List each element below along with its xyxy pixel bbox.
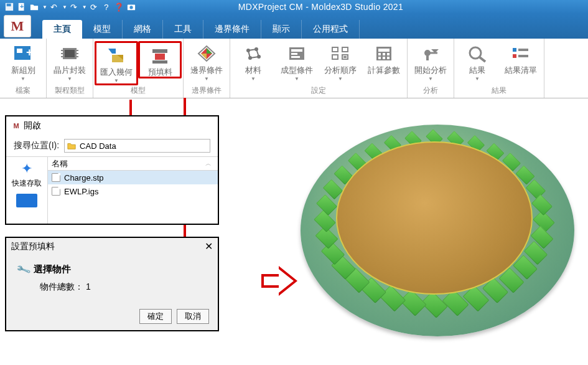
- svg-rect-7: [17, 49, 22, 53]
- tab-6[interactable]: 公用程式: [302, 20, 360, 39]
- svg-rect-36: [343, 56, 347, 58]
- ok-button[interactable]: 確定: [139, 309, 172, 324]
- tab-3[interactable]: 工具: [163, 20, 203, 39]
- file-name: EWLP.igs: [64, 187, 98, 196]
- svg-rect-17: [152, 49, 167, 53]
- file-list: 名稱 ︿ Charge.stpEWLP.igs: [47, 157, 218, 224]
- prefill-dialog-title: 設置預填料: [11, 241, 55, 252]
- svg-rect-10: [65, 50, 75, 57]
- chevron-down-icon: ▼: [338, 76, 343, 82]
- ribbon-btn-analysis-order[interactable]: 分析順序▼: [319, 41, 362, 82]
- ribbon-group-0: +新組別▼檔案: [0, 39, 47, 98]
- qat-undo-icon[interactable]: ↶: [49, 1, 60, 12]
- ribbon-group-title: 分析: [408, 85, 454, 98]
- qat-redo-icon[interactable]: ↷: [68, 1, 80, 12]
- wrench-icon: 🔧: [16, 262, 32, 278]
- svg-rect-31: [291, 56, 300, 58]
- svg-point-5: [129, 6, 133, 9]
- wafer-chip: [531, 194, 553, 216]
- file-open-dialog: M 開啟 搜尋位置(I): CAD Data ✦ 快速存取 名稱 ︿ Charg…: [5, 115, 219, 225]
- ribbon-btn-label: 開始分析: [414, 66, 447, 75]
- ribbon-btn-import-geom[interactable]: 匯入幾何▼: [95, 41, 138, 85]
- qat-refresh-icon[interactable]: ⟳: [88, 1, 100, 12]
- annotation-big-arrow: [261, 274, 281, 288]
- quick-access-label[interactable]: 快速存取: [12, 178, 42, 189]
- ribbon-btn-result-list[interactable]: 結果清單: [499, 41, 543, 75]
- folder-dropdown[interactable]: CAD Data: [64, 139, 210, 153]
- ribbon-group-5: 開始分析▼分析: [408, 39, 454, 98]
- ribbon-btn-label: 邊界條件: [190, 66, 223, 75]
- ribbon-btn-new-group[interactable]: +新組別▼: [1, 41, 45, 82]
- ribbon-tabs: 主頁模型網格工具邊界條件顯示公用程式: [42, 14, 360, 39]
- search-location-label: 搜尋位置(I):: [14, 140, 59, 151]
- file-name: Charge.stp: [64, 173, 104, 183]
- ribbon-btn-label: 預填料: [148, 68, 172, 77]
- chevron-down-icon: ▼: [204, 76, 209, 82]
- qat-save-icon[interactable]: [4, 1, 15, 12]
- chevron-down-icon: ▼: [475, 76, 480, 82]
- svg-rect-42: [378, 57, 381, 59]
- file-item[interactable]: EWLP.igs: [48, 184, 218, 198]
- file-icon: [52, 187, 60, 196]
- qat-camera-icon[interactable]: [126, 1, 137, 12]
- ribbon-btn-calc-param[interactable]: 計算參數: [362, 41, 406, 75]
- file-item[interactable]: Charge.stp: [48, 171, 218, 184]
- svg-rect-32: [332, 47, 338, 52]
- file-list-header[interactable]: 名稱 ︿: [48, 157, 218, 171]
- app-icon[interactable]: M: [4, 15, 31, 37]
- prefill-icon: [149, 44, 170, 67]
- tab-2[interactable]: 網格: [123, 20, 163, 39]
- qat-undo-dropdown-icon[interactable]: ▼: [62, 4, 67, 10]
- svg-rect-33: [332, 55, 338, 59]
- tab-5[interactable]: 顯示: [261, 20, 302, 39]
- qat-open-dropdown-icon[interactable]: ▼: [42, 4, 47, 10]
- this-pc-icon[interactable]: [16, 194, 37, 207]
- ribbon-btn-label: 新組別: [11, 66, 35, 75]
- ribbon-btn-result[interactable]: 結果▼: [455, 41, 499, 82]
- cancel-button[interactable]: 取消: [177, 309, 209, 324]
- svg-rect-43: [383, 57, 385, 59]
- tab-0[interactable]: 主頁: [42, 20, 82, 39]
- svg-rect-34: [342, 47, 348, 52]
- wafer-chip: [314, 210, 336, 232]
- file-dialog-places: ✦ 快速存取: [6, 157, 47, 224]
- column-name[interactable]: 名稱: [48, 158, 205, 169]
- ribbon-btn-material[interactable]: 材料▼: [231, 41, 275, 82]
- qat-redo-dropdown-icon[interactable]: ▼: [82, 4, 87, 10]
- ribbon: +新組別▼檔案晶片封裝▼製程類型匯入幾何▼預填料模型邊界條件▼邊界條件材料▼成型…: [0, 39, 588, 98]
- ribbon-group-title: 模型: [93, 85, 183, 98]
- file-dialog-title: 開啟: [24, 120, 41, 131]
- close-icon[interactable]: ✕: [205, 240, 213, 252]
- tab-4[interactable]: 邊界條件: [203, 20, 261, 39]
- ribbon-group-6: 結果▼結果清單結果: [454, 39, 544, 98]
- svg-text:+: +: [26, 46, 33, 59]
- qat-open-icon[interactable]: [29, 1, 40, 12]
- svg-rect-44: [387, 57, 390, 59]
- star-icon[interactable]: ✦: [21, 161, 32, 177]
- sort-asc-icon[interactable]: ︿: [205, 159, 218, 168]
- svg-rect-41: [387, 53, 390, 55]
- quick-access-toolbar: + ▼ ↶ ▼ ↷ ▼ ⟳ ? ❓: [0, 0, 141, 14]
- result-icon: [467, 42, 488, 65]
- svg-rect-49: [513, 48, 516, 52]
- ribbon-btn-chip-pack[interactable]: 晶片封裝▼: [48, 41, 91, 82]
- ribbon-tab-row: M 主頁模型網格工具邊界條件顯示公用程式: [0, 14, 588, 39]
- svg-rect-30: [291, 53, 297, 55]
- svg-rect-1: [7, 4, 11, 6]
- svg-rect-40: [383, 53, 385, 55]
- ribbon-btn-mold-cond[interactable]: 成型條件▼: [275, 41, 319, 82]
- qat-new-icon[interactable]: +: [16, 1, 27, 12]
- ribbon-btn-label: 結果: [469, 66, 485, 75]
- qat-help-icon[interactable]: ?: [101, 1, 112, 12]
- tab-1[interactable]: 模型: [82, 20, 123, 39]
- wafer-3d-view[interactable]: [297, 115, 577, 346]
- ribbon-group-title: 檔案: [0, 85, 46, 98]
- ribbon-btn-bc[interactable]: 邊界條件▼: [185, 41, 228, 82]
- new-group-icon: +: [12, 42, 34, 65]
- ribbon-group-4: 材料▼成型條件▼分析順序▼計算參數設定: [230, 39, 408, 98]
- qat-about-icon[interactable]: ❓: [113, 1, 124, 12]
- svg-rect-46: [426, 55, 429, 60]
- ribbon-btn-prefill[interactable]: 預填料: [138, 41, 182, 78]
- svg-rect-29: [291, 49, 302, 52]
- ribbon-btn-start-analysis[interactable]: 開始分析▼: [409, 41, 452, 82]
